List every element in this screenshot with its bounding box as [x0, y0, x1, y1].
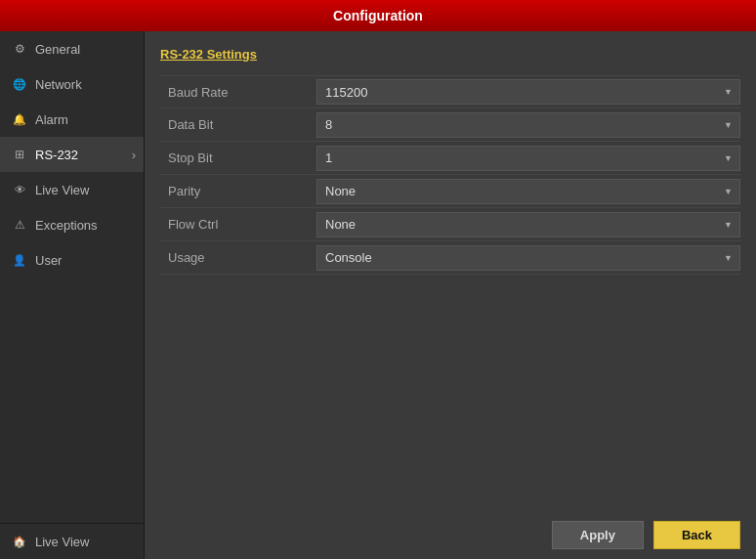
sidebar-label-user: User	[35, 253, 62, 268]
settings-row-1: Data Bit8	[160, 108, 740, 142]
field-label-1: Data Bit	[160, 117, 316, 132]
rs232-icon	[12, 147, 27, 162]
title-bar: Configuration	[0, 0, 756, 31]
settings-row-2: Stop Bit1	[160, 142, 740, 175]
sidebar-label-alarm: Alarm	[35, 112, 68, 127]
field-label-5: Usage	[160, 250, 316, 265]
field-label-3: Parity	[160, 184, 316, 198]
field-select-3[interactable]: None	[316, 179, 740, 204]
settings-row-5: UsageConsole	[160, 241, 740, 275]
sidebar-item-user[interactable]: User	[0, 242, 144, 278]
sidebar-item-liveview[interactable]: Live View	[0, 172, 144, 207]
sidebar-item-network[interactable]: Network	[0, 66, 144, 102]
settings-row-0: Baud Rate115200	[160, 75, 740, 108]
sidebar-label-liveview: Live View	[35, 183, 89, 197]
sidebar-label-rs232: RS-232	[35, 148, 78, 162]
sidebar-item-general[interactable]: General	[0, 31, 144, 66]
field-label-4: Flow Ctrl	[160, 217, 316, 232]
user-icon	[12, 252, 27, 268]
apply-button[interactable]: Apply	[552, 521, 644, 549]
field-select-1[interactable]: 8	[316, 112, 740, 138]
settings-row-4: Flow CtrlNone	[160, 208, 740, 241]
back-button[interactable]: Back	[653, 521, 740, 549]
liveview-icon	[12, 182, 27, 197]
sidebar-label-general: General	[35, 42, 80, 57]
arrow-icon: ›	[132, 148, 136, 162]
title-text: Configuration	[333, 8, 423, 23]
content-area: RS-232 Settings Baud Rate115200Data Bit8…	[145, 31, 756, 559]
settings-form: Baud Rate115200Data Bit8Stop Bit1ParityN…	[160, 75, 740, 275]
sidebar-item-rs232[interactable]: RS-232›	[0, 137, 144, 172]
section-title: RS-232 Settings	[160, 47, 740, 62]
field-label-2: Stop Bit	[160, 150, 316, 165]
home-icon	[12, 534, 27, 549]
field-select-2[interactable]: 1	[316, 146, 740, 171]
content-main: RS-232 Settings Baud Rate115200Data Bit8…	[145, 31, 756, 511]
exceptions-icon	[12, 217, 27, 233]
sidebar-bottom-label: Live View	[35, 535, 89, 549]
sidebar-bottom-liveview[interactable]: Live View	[0, 523, 144, 559]
settings-row-3: ParityNone	[160, 175, 740, 208]
alarm-icon	[12, 111, 27, 127]
sidebar-label-network: Network	[35, 77, 82, 92]
footer-bar: Apply Back	[145, 511, 756, 559]
sidebar: GeneralNetworkAlarmRS-232›Live ViewExcep…	[0, 31, 145, 559]
sidebar-nav: GeneralNetworkAlarmRS-232›Live ViewExcep…	[0, 31, 144, 523]
gear-icon	[12, 41, 27, 57]
network-icon	[12, 76, 27, 92]
sidebar-item-exceptions[interactable]: Exceptions	[0, 207, 144, 242]
field-select-5[interactable]: Console	[316, 245, 740, 271]
field-label-0: Baud Rate	[160, 85, 316, 100]
field-select-0[interactable]: 115200	[316, 79, 740, 105]
field-select-4[interactable]: None	[316, 212, 740, 237]
sidebar-label-exceptions: Exceptions	[35, 218, 98, 233]
sidebar-item-alarm[interactable]: Alarm	[0, 102, 144, 137]
